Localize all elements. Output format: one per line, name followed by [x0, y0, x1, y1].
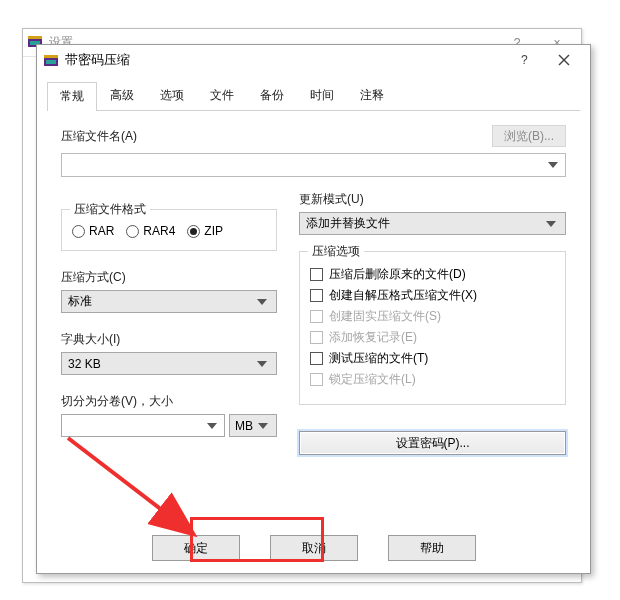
- format-radio-rar[interactable]: RAR: [72, 224, 114, 238]
- chevron-down-icon: [254, 356, 270, 372]
- chevron-down-icon: [543, 216, 559, 232]
- option-create-sfx[interactable]: 创建自解压格式压缩文件(X): [310, 287, 555, 304]
- format-radio-rar4[interactable]: RAR4: [126, 224, 175, 238]
- update-mode-select[interactable]: 添加并替换文件: [299, 212, 566, 235]
- archive-name-input[interactable]: [61, 153, 566, 177]
- method-value: 标准: [68, 293, 92, 310]
- ok-button[interactable]: 确定: [152, 535, 240, 561]
- format-group: 压缩文件格式 RAR RAR4 ZIP: [61, 209, 277, 251]
- dialog-title: 带密码压缩: [65, 51, 504, 69]
- svg-marker-13: [258, 423, 268, 429]
- svg-marker-12: [207, 423, 217, 429]
- archive-name-label: 压缩文件名(A): [61, 128, 137, 145]
- tab-backup[interactable]: 备份: [247, 81, 297, 110]
- method-label: 压缩方式(C): [61, 269, 277, 286]
- tab-time[interactable]: 时间: [297, 81, 347, 110]
- split-unit-select[interactable]: MB: [229, 414, 277, 437]
- dict-select[interactable]: 32 KB: [61, 352, 277, 375]
- option-solid: 创建固实压缩文件(S): [310, 308, 555, 325]
- set-password-button[interactable]: 设置密码(P)...: [299, 431, 566, 455]
- chevron-down-icon: [545, 157, 561, 173]
- format-group-label: 压缩文件格式: [70, 201, 150, 218]
- tab-options[interactable]: 选项: [147, 81, 197, 110]
- update-mode-value: 添加并替换文件: [306, 215, 390, 232]
- option-delete-after[interactable]: 压缩后删除原来的文件(D): [310, 266, 555, 283]
- svg-marker-9: [548, 162, 558, 168]
- option-recovery: 添加恢复记录(E): [310, 329, 555, 346]
- dict-value: 32 KB: [68, 357, 101, 371]
- svg-rect-5: [46, 60, 56, 64]
- tab-advanced[interactable]: 高级: [97, 81, 147, 110]
- svg-text:?: ?: [521, 54, 528, 66]
- options-group: 压缩选项 压缩后删除原来的文件(D) 创建自解压格式压缩文件(X) 创建固实压缩…: [299, 251, 566, 405]
- option-test[interactable]: 测试压缩的文件(T): [310, 350, 555, 367]
- svg-marker-11: [257, 361, 267, 367]
- svg-rect-4: [44, 55, 58, 58]
- option-lock: 锁定压缩文件(L): [310, 371, 555, 388]
- chevron-down-icon: [254, 294, 270, 310]
- browse-button[interactable]: 浏览(B)...: [492, 125, 566, 147]
- cancel-button[interactable]: 取消: [270, 535, 358, 561]
- chevron-down-icon: [204, 418, 220, 434]
- dict-label: 字典大小(I): [61, 331, 277, 348]
- options-group-label: 压缩选项: [308, 243, 364, 260]
- split-size-input[interactable]: [61, 414, 225, 437]
- dialog-button-row: 确定 取消 帮助: [37, 535, 590, 561]
- format-radio-zip[interactable]: ZIP: [187, 224, 223, 238]
- dialog-icon: [43, 52, 59, 68]
- compress-dialog: 带密码压缩 ? 常规 高级 选项 文件 备份 时间 注释 压缩文件名(A) 浏览…: [36, 44, 591, 574]
- svg-rect-1: [28, 36, 42, 39]
- tab-files[interactable]: 文件: [197, 81, 247, 110]
- tab-comment[interactable]: 注释: [347, 81, 397, 110]
- help-button[interactable]: 帮助: [388, 535, 476, 561]
- chevron-down-icon: [255, 418, 271, 434]
- tab-strip: 常规 高级 选项 文件 备份 时间 注释: [47, 81, 580, 111]
- dialog-close-button[interactable]: [544, 47, 584, 73]
- update-mode-label: 更新模式(U): [299, 192, 364, 206]
- tab-general[interactable]: 常规: [47, 82, 97, 111]
- dialog-help-button[interactable]: ?: [504, 47, 544, 73]
- split-label: 切分为分卷(V)，大小: [61, 393, 277, 410]
- dialog-titlebar: 带密码压缩 ?: [37, 45, 590, 75]
- svg-marker-14: [546, 221, 556, 227]
- method-select[interactable]: 标准: [61, 290, 277, 313]
- svg-marker-10: [257, 299, 267, 305]
